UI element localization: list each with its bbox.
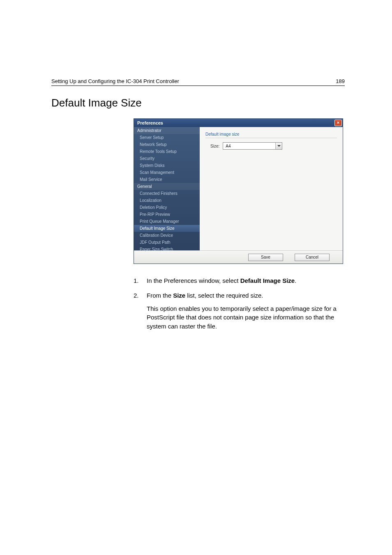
step2-note: This option enables you to temporarily s… [147, 304, 339, 331]
sidebar-item-connected-finishers[interactable]: Connected Finishers [134, 190, 200, 197]
pane-heading: Default image size [205, 132, 337, 138]
sidebar-item-mail-service[interactable]: Mail Service [134, 176, 200, 183]
page-header: Setting Up and Configuring the IC-304 Pr… [51, 78, 345, 86]
header-left: Setting Up and Configuring the IC-304 Pr… [51, 78, 179, 84]
size-dropdown-value: A4 [226, 144, 231, 148]
step2-post: list, select the required size. [185, 292, 263, 299]
save-button[interactable]: Save [248, 254, 283, 261]
sidebar-item-paper-size-switch[interactable]: Paper Size Switch [134, 246, 200, 253]
step1-post: . [295, 277, 296, 284]
sidebar-item-network-setup[interactable]: Network Setup [134, 141, 200, 148]
preferences-sidebar: Administrator Server Setup Network Setup… [134, 127, 200, 250]
window-titlebar[interactable]: Preferences × [134, 119, 343, 127]
step1-bold: Default Image Size [240, 277, 295, 284]
sidebar-item-default-image-size[interactable]: Default Image Size [134, 225, 200, 232]
sidebar-item-security[interactable]: Security [134, 155, 200, 162]
chevron-down-icon[interactable] [275, 143, 282, 149]
step2-pre: From the [147, 292, 173, 299]
sidebar-item-system-disks[interactable]: System Disks [134, 162, 200, 169]
sidebar-item-localization[interactable]: Localization [134, 197, 200, 204]
step1-pre: In the Preferences window, select [147, 277, 240, 284]
sidebar-item-deletion-policy[interactable]: Deletion Policy [134, 204, 200, 211]
page-number: 189 [336, 78, 345, 84]
step-number: 1. [134, 276, 139, 285]
close-icon[interactable]: × [334, 120, 342, 126]
instruction-step-1: 1. In the Preferences window, select Def… [134, 276, 339, 285]
size-dropdown[interactable]: A4 [223, 142, 282, 150]
window-title: Preferences [137, 120, 163, 125]
sidebar-item-pre-rip-preview[interactable]: Pre-RIP Preview [134, 211, 200, 218]
size-label: Size: [210, 144, 219, 148]
section-title: Default Image Size [51, 97, 345, 109]
sidebar-group-general[interactable]: General [134, 183, 200, 190]
sidebar-item-scan-management[interactable]: Scan Management [134, 169, 200, 176]
content-pane: Default image size Size: A4 [200, 127, 343, 250]
instructions: 1. In the Preferences window, select Def… [134, 276, 339, 331]
step2-bold: Size [173, 292, 185, 299]
step-number: 2. [134, 291, 139, 331]
sidebar-item-remote-tools-setup[interactable]: Remote Tools Setup [134, 148, 200, 155]
sidebar-item-server-setup[interactable]: Server Setup [134, 134, 200, 141]
preferences-screenshot: Preferences × Administrator Server Setup… [134, 118, 345, 264]
sidebar-group-administrator[interactable]: Administrator [134, 127, 200, 134]
sidebar-item-print-queue-manager[interactable]: Print Queue Manager [134, 218, 200, 225]
cancel-button[interactable]: Cancel [295, 254, 330, 261]
preferences-window: Preferences × Administrator Server Setup… [134, 118, 343, 264]
instruction-step-2: 2. From the Size list, select the requir… [134, 291, 339, 331]
sidebar-item-calibration-device[interactable]: Calibration Device [134, 232, 200, 239]
sidebar-item-jdf-output-path[interactable]: JDF Output Path [134, 239, 200, 246]
